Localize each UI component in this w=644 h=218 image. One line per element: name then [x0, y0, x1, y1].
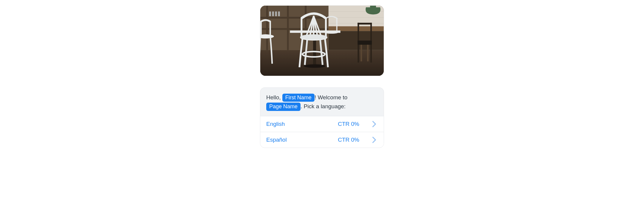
svg-rect-21	[370, 23, 372, 44]
greeting-text: Hello, First Name! Welcome to Page Name.…	[260, 88, 384, 116]
svg-rect-24	[370, 45, 372, 63]
svg-rect-25	[360, 45, 362, 61]
svg-rect-11	[275, 11, 277, 16]
option-ctr: CTR 0%	[338, 137, 359, 143]
option-label: Español	[266, 137, 338, 143]
chevron-right-icon	[371, 120, 378, 128]
hero-image	[260, 5, 384, 76]
language-option-espanol[interactable]: Español CTR 0%	[260, 132, 384, 148]
svg-rect-10	[272, 11, 274, 16]
first-name-token[interactable]: First Name	[282, 94, 315, 102]
option-label: English	[266, 121, 338, 127]
svg-point-34	[300, 34, 327, 40]
svg-rect-20	[357, 23, 359, 44]
svg-rect-9	[269, 11, 271, 16]
svg-rect-19	[357, 23, 372, 24]
greeting-mid: ! Welcome to	[315, 94, 348, 101]
language-option-english[interactable]: English CTR 0%	[260, 116, 384, 132]
svg-rect-4	[266, 6, 268, 50]
svg-rect-18	[329, 31, 384, 50]
svg-rect-26	[367, 45, 369, 61]
svg-rect-30	[290, 30, 340, 33]
svg-rect-7	[260, 17, 329, 18]
svg-rect-28	[336, 18, 338, 32]
chevron-right-icon	[371, 136, 378, 143]
svg-rect-23	[357, 45, 359, 63]
option-ctr: CTR 0%	[338, 121, 359, 127]
svg-rect-5	[287, 6, 289, 50]
page-name-token[interactable]: Page Name	[266, 103, 301, 111]
svg-rect-12	[278, 11, 280, 16]
svg-rect-22	[357, 41, 372, 45]
message-card: Hello, First Name! Welcome to Page Name.…	[260, 87, 384, 148]
greeting-prefix: Hello,	[266, 94, 282, 101]
greeting-suffix: . Pick a language:	[301, 103, 346, 109]
language-options: English CTR 0% Español CTR 0%	[260, 116, 384, 148]
